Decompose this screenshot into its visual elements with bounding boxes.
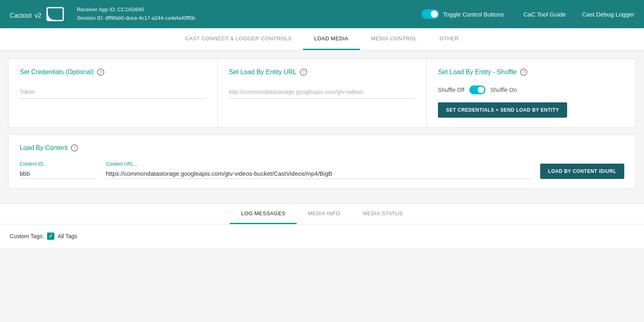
bottom-tab-log-messages[interactable]: LOG MESSAGES: [230, 204, 297, 224]
content-url-field: Content URL...: [106, 161, 530, 179]
tab-other[interactable]: OTHER: [428, 28, 470, 50]
session-info: Receiver App ID: CC1AD845 Session ID: df…: [77, 6, 421, 23]
toggle-control-buttons-container: Toggle Control Buttons: [421, 9, 504, 19]
content-url-input[interactable]: [106, 168, 530, 179]
content-id-label: Content ID...: [20, 161, 96, 167]
all-tags-label: All Tags: [58, 233, 77, 239]
load-by-content-button[interactable]: LOAD BY CONTENT ID/URL: [540, 164, 624, 179]
app-title: Cactool v2: [10, 8, 41, 21]
header-nav: CaC Tool Guide Cast Debug Logger: [523, 11, 634, 18]
all-tags-checkbox[interactable]: [47, 233, 54, 240]
shuffle-toggle-row: Shuffle Off Shuffle On: [438, 85, 624, 94]
load-by-content-title: Load By Content ?: [20, 144, 624, 152]
credentials-card-title: Set Credentials (Optional) ?: [20, 69, 206, 76]
shuffle-toggle[interactable]: [469, 85, 485, 94]
custom-tags-label: Custom Tags:: [10, 233, 44, 239]
toggle-control-buttons-label: Toggle Control Buttons: [443, 11, 504, 18]
credentials-card: Set Credentials (Optional) ?: [8, 59, 218, 127]
bottom-section: LOG MESSAGES MEDIA INFO MEDIA STATUS Cus…: [0, 204, 644, 248]
set-credentials-send-load-button[interactable]: SET CREDENTIALS + SEND LOAD BY ENTITY: [438, 102, 567, 118]
content-id-field: Content ID...: [20, 161, 96, 179]
main-tabs: CAST CONNECT & LOGGER CONTROLS LOAD MEDI…: [0, 28, 644, 50]
entity-shuffle-help-icon[interactable]: ?: [520, 69, 527, 76]
logo: Cactool v2: [10, 7, 64, 21]
entity-shuffle-card-title: Set Load By Entity - Shuffle ?: [438, 69, 624, 76]
cast-debug-logger-link[interactable]: Cast Debug Logger: [582, 11, 634, 18]
header: Cactool v2 Receiver App ID: CC1AD845 Ses…: [0, 0, 644, 28]
toggle-control-buttons-switch[interactable]: [421, 9, 439, 19]
credentials-help-icon[interactable]: ?: [97, 69, 104, 76]
cast-icon: [46, 7, 64, 21]
bottom-content-area: Custom Tags: All Tags: [0, 224, 644, 248]
shuffle-off-label: Shuffle Off: [438, 87, 464, 93]
entity-url-card: Set Load By Entity URL ?: [218, 59, 427, 127]
token-input[interactable]: [20, 85, 206, 99]
load-content-inputs-row: Content ID... Content URL... LOAD BY CON…: [20, 161, 624, 179]
shuffle-on-label: Shuffle On: [490, 87, 517, 93]
entity-shuffle-card: Set Load By Entity - Shuffle ? Shuffle O…: [427, 59, 636, 127]
custom-tags-row: Custom Tags: All Tags: [10, 233, 634, 240]
entity-url-help-icon[interactable]: ?: [300, 69, 307, 76]
bottom-tab-media-status[interactable]: MEDIA STATUS: [351, 204, 414, 224]
tab-load-media[interactable]: LOAD MEDIA: [303, 28, 360, 50]
load-by-content-card: Load By Content ? Content ID... Content …: [8, 134, 636, 189]
tab-cast-connect[interactable]: CAST CONNECT & LOGGER CONTROLS: [174, 28, 303, 50]
top-cards-row: Set Credentials (Optional) ? Set Load By…: [8, 58, 636, 128]
bottom-tabs: LOG MESSAGES MEDIA INFO MEDIA STATUS: [0, 204, 644, 224]
entity-url-card-title: Set Load By Entity URL ?: [229, 69, 415, 76]
entity-url-input[interactable]: [229, 85, 415, 99]
cac-tool-guide-link[interactable]: CaC Tool Guide: [523, 11, 566, 18]
main-content: Set Credentials (Optional) ? Set Load By…: [0, 50, 644, 204]
load-by-content-help-icon[interactable]: ?: [71, 144, 78, 152]
content-url-label: Content URL...: [106, 161, 530, 167]
tab-media-control[interactable]: MEDIA CONTROL: [360, 28, 428, 50]
bottom-tab-media-info[interactable]: MEDIA INFO: [297, 204, 351, 224]
content-id-input[interactable]: [20, 168, 96, 179]
